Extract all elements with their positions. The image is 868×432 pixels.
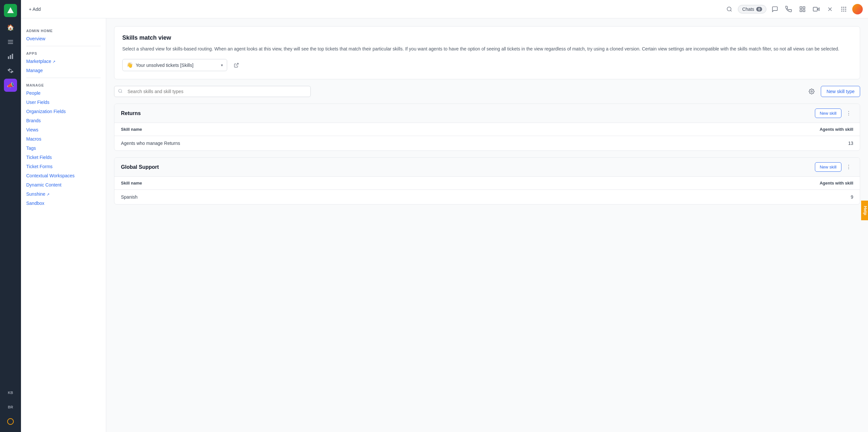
svg-rect-2 [8, 43, 13, 44]
admin-home-label: ADMIN HOME [21, 26, 106, 34]
chats-badge: 0 [756, 7, 762, 11]
svg-rect-10 [803, 9, 805, 11]
chart-icon[interactable] [4, 50, 17, 63]
sidebar-item-sandbox[interactable]: Sandbox [21, 198, 106, 208]
add-button[interactable]: + Add [26, 5, 43, 13]
search-input[interactable] [114, 86, 311, 97]
svg-point-14 [845, 6, 846, 7]
svg-point-23 [811, 91, 813, 92]
sidebar-item-views[interactable]: Views [21, 125, 106, 134]
returns-agents-count: 13 [567, 136, 860, 151]
returns-more-button[interactable]: ⋮ [844, 109, 853, 118]
search-icon [118, 89, 123, 94]
table-row: Agents who manage Returns 13 [115, 136, 860, 151]
spanish-skill-name: Spanish [115, 190, 429, 205]
spanish-count: 9 [429, 190, 860, 205]
returns-skill-name: Agents who manage Returns [115, 136, 567, 151]
svg-point-19 [843, 10, 844, 11]
sidebar-item-overview[interactable]: Overview [21, 34, 106, 43]
gear-nav-icon[interactable] [4, 64, 17, 78]
sidebar-item-sunshine[interactable]: Sunshine ↗ [21, 189, 106, 198]
skills-match-title: Skills match view [122, 34, 852, 41]
sidebar-item-contextual-workspaces[interactable]: Contextual Workspaces [21, 171, 106, 180]
svg-rect-0 [8, 40, 13, 41]
svg-rect-8 [803, 6, 805, 8]
apps-icon[interactable] [838, 4, 849, 14]
chevron-down-icon: ▾ [221, 63, 223, 67]
search-toolbar: New skill type [114, 86, 860, 97]
svg-rect-3 [8, 56, 9, 59]
svg-point-6 [727, 7, 731, 11]
skill-name-col-header: Skill name [115, 123, 567, 136]
apps-label: APPS [21, 49, 106, 57]
search-button[interactable] [724, 4, 735, 14]
zendesk-icon[interactable] [4, 415, 17, 428]
manage-label: MANAGE [21, 81, 106, 89]
close-icon[interactable] [825, 4, 835, 14]
home-icon[interactable]: 🏠 [4, 21, 17, 34]
svg-point-15 [841, 8, 842, 9]
add-label: + Add [29, 6, 41, 12]
icon-bar: 🏠 📣 KB BR [0, 0, 21, 432]
br-icon[interactable]: BR [4, 401, 17, 414]
settings-icon[interactable] [806, 86, 817, 97]
svg-point-18 [841, 10, 842, 11]
grid-icon[interactable] [797, 4, 808, 14]
svg-point-16 [843, 8, 844, 9]
sidebar-item-macros[interactable]: Macros [21, 134, 106, 144]
dropdown-emoji: 👋 [127, 62, 133, 68]
svg-rect-7 [800, 6, 802, 8]
svg-point-12 [841, 6, 842, 7]
skills-match-card: Skills match view Select a shared view f… [114, 26, 860, 79]
list-icon[interactable] [4, 35, 17, 49]
sidebar-item-manage[interactable]: Manage [21, 66, 106, 75]
avatar[interactable] [852, 4, 863, 14]
chats-label: Chats [742, 6, 754, 12]
svg-rect-9 [800, 9, 802, 11]
content-area: Skills match view Select a shared view f… [106, 18, 868, 432]
chat-bubble-icon[interactable] [770, 4, 780, 14]
video-icon[interactable] [811, 4, 822, 14]
sidebar-item-ticket-forms[interactable]: Ticket Forms [21, 162, 106, 171]
view-dropdown[interactable]: 👋 Your unsolved tickets [Skills] ▾ [122, 59, 227, 71]
sidebar-item-tags[interactable]: Tags [21, 144, 106, 153]
svg-rect-1 [8, 42, 13, 42]
external-link-icon[interactable] [231, 60, 242, 70]
svg-point-17 [845, 8, 846, 9]
sidebar-item-ticket-fields[interactable]: Ticket Fields [21, 153, 106, 162]
svg-point-13 [843, 6, 844, 7]
help-tab[interactable]: Help [861, 200, 868, 220]
sidebar-item-marketplace[interactable]: Marketplace ↗ [21, 57, 106, 66]
skills-match-desc: Select a shared view for skills-based ro… [122, 45, 852, 53]
topbar: + Add Chats 0 [21, 0, 868, 18]
logo-icon[interactable] [4, 4, 17, 17]
returns-new-skill-button[interactable]: New skill [815, 109, 841, 118]
phone-icon[interactable] [783, 4, 794, 14]
kb-icon[interactable]: KB [4, 386, 17, 399]
global-support-group-header: Global Support New skill ⋮ [115, 158, 860, 177]
returns-skill-table: Skill name Agents with skill Agents who … [115, 123, 860, 150]
sidebar-item-org-fields[interactable]: Organization Fields [21, 107, 106, 116]
global-support-new-skill-button[interactable]: New skill [815, 162, 841, 172]
svg-line-21 [236, 63, 238, 66]
sidebar-item-people[interactable]: People [21, 89, 106, 98]
gs-agents-col-header: Agents with skill [429, 177, 860, 190]
agents-with-skill-col-header: Agents with skill [567, 123, 860, 136]
returns-skill-group: Returns New skill ⋮ Skill name Agents wi… [114, 103, 860, 151]
global-support-more-button[interactable]: ⋮ [844, 162, 853, 172]
sidebar-item-dynamic-content[interactable]: Dynamic Content [21, 180, 106, 189]
global-support-skill-table: Skill name Agents with skill Spanish 9 [115, 177, 860, 204]
svg-rect-4 [10, 55, 11, 59]
returns-group-header: Returns New skill ⋮ [115, 104, 860, 123]
sidebar-item-user-fields[interactable]: User Fields [21, 98, 106, 107]
megaphone-icon[interactable]: 📣 [4, 79, 17, 92]
svg-point-20 [845, 10, 846, 11]
search-wrap [114, 86, 311, 97]
global-support-group-title: Global Support [121, 164, 815, 170]
returns-group-title: Returns [121, 111, 815, 116]
svg-rect-5 [12, 54, 13, 59]
sidebar-item-brands[interactable]: Brands [21, 116, 106, 125]
chats-button[interactable]: Chats 0 [738, 5, 766, 13]
svg-point-22 [119, 90, 122, 92]
new-skill-type-button[interactable]: New skill type [821, 86, 860, 97]
